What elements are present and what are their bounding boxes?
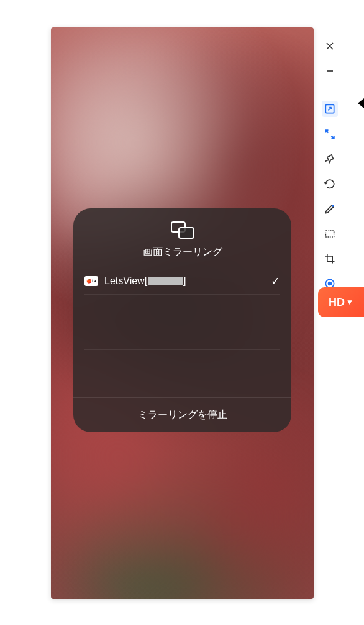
svg-point-6 xyxy=(332,205,334,206)
device-row-letsview[interactable]: 🍎tv LetsView[] ✓ xyxy=(84,267,280,295)
rectangle-select-button[interactable] xyxy=(322,226,337,241)
screen-mirroring-panel: 画面ミラーリング 🍎tv LetsView[] ✓ ミラーリングを停止 xyxy=(73,208,291,432)
device-list: 🍎tv LetsView[] ✓ xyxy=(73,267,291,397)
side-indicator-icon[interactable] xyxy=(358,98,364,108)
svg-point-9 xyxy=(329,282,332,285)
svg-rect-7 xyxy=(325,231,334,237)
fullscreen-button[interactable] xyxy=(322,127,337,142)
device-row-empty xyxy=(84,295,280,322)
panel-footer: ミラーリングを停止 xyxy=(73,397,291,432)
screen-mirroring-icon xyxy=(170,221,195,239)
close-button[interactable] xyxy=(322,39,337,53)
device-row-empty xyxy=(84,322,280,350)
pin-button[interactable] xyxy=(322,152,337,167)
crop-button[interactable] xyxy=(322,251,337,266)
panel-header: 画面ミラーリング xyxy=(73,208,291,267)
stop-mirroring-button[interactable]: ミラーリングを停止 xyxy=(138,409,227,422)
rotate-button[interactable] xyxy=(322,177,337,192)
hd-quality-button[interactable]: HD ▼ xyxy=(318,287,364,317)
minimize-button[interactable] xyxy=(322,63,337,78)
device-name: LetsView[] xyxy=(104,275,265,287)
panel-title: 画面ミラーリング xyxy=(143,246,222,259)
edit-button[interactable] xyxy=(322,201,337,216)
device-row-empty xyxy=(84,350,280,377)
app-toolbar xyxy=(319,39,341,291)
fit-screen-button[interactable] xyxy=(322,101,338,117)
chevron-down-icon: ▼ xyxy=(346,298,353,307)
checkmark-icon: ✓ xyxy=(271,274,280,288)
apple-tv-icon: 🍎tv xyxy=(84,276,98,286)
redacted-text xyxy=(148,277,183,285)
phone-screen: 画面ミラーリング 🍎tv LetsView[] ✓ ミラーリングを停止 xyxy=(51,27,314,599)
hd-label: HD xyxy=(329,296,345,309)
svg-rect-1 xyxy=(179,228,194,238)
